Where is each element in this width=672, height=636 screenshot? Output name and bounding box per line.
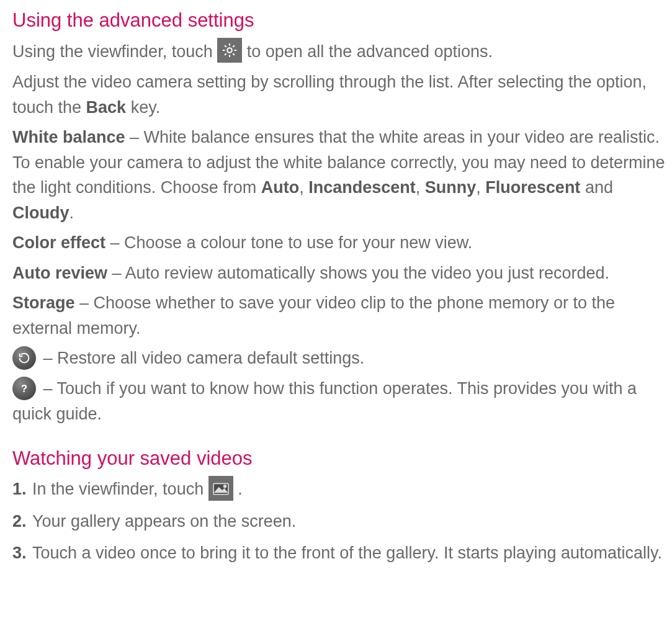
- text-fragment: and: [580, 178, 613, 197]
- text-fragment: – Auto review automatically shows you th…: [107, 264, 609, 282]
- text-fragment: – Restore all video camera default setti…: [43, 349, 365, 367]
- para-intro: Using the viewfinder, touch to open all …: [12, 39, 672, 65]
- storage-label: Storage: [12, 293, 75, 312]
- svg-point-3: [223, 485, 226, 488]
- para-white-balance: White balance – White balance ensures th…: [12, 125, 672, 225]
- color-effect-label: Color effect: [12, 233, 105, 252]
- list-item: Touch a video once to bring it to the fr…: [12, 540, 672, 566]
- para-instruction: Adjust the video camera setting by scrol…: [12, 69, 672, 120]
- para-auto-review: Auto review – Auto review automatically …: [12, 261, 672, 286]
- svg-point-0: [227, 48, 231, 53]
- text-fragment: key.: [126, 98, 160, 117]
- wb-option-auto: Auto: [261, 178, 299, 197]
- text-fragment: ,: [416, 178, 425, 197]
- list-item: Your gallery appears on the screen.: [12, 509, 672, 534]
- white-balance-label: White balance: [12, 128, 125, 146]
- text-fragment: ,: [299, 178, 308, 197]
- wb-option-cloudy: Cloudy: [12, 204, 69, 222]
- text-fragment: In the viewfinder, touch: [32, 480, 208, 498]
- wb-option-incandescent: Incandescent: [308, 178, 416, 197]
- wb-option-sunny: Sunny: [425, 178, 477, 197]
- text-fragment: ,: [476, 178, 485, 197]
- para-color-effect: Color effect – Choose a colour tone to u…: [12, 230, 672, 256]
- text-fragment: Using the viewfinder, touch: [12, 42, 217, 61]
- list-item: In the viewfinder, touch .: [12, 477, 672, 503]
- wb-option-fluorescent: Fluorescent: [485, 178, 580, 197]
- text-fragment: – Choose a colour tone to use for your n…: [105, 233, 472, 252]
- para-restore: – Restore all video camera default setti…: [12, 346, 672, 371]
- text-fragment: .: [238, 480, 243, 498]
- text-fragment: – Choose whether to save your video clip…: [12, 293, 615, 338]
- gallery-icon: [208, 476, 233, 501]
- text-fragment: to open all the advanced options.: [247, 42, 493, 61]
- steps-list: In the viewfinder, touch . Your gallery …: [12, 477, 672, 565]
- back-key-label: Back: [86, 98, 127, 117]
- auto-review-label: Auto review: [12, 264, 107, 282]
- svg-text:?: ?: [21, 383, 27, 394]
- heading-watching-videos: Watching your saved videos: [12, 444, 672, 473]
- para-help: ? – Touch if you want to know how this f…: [12, 376, 672, 426]
- heading-advanced-settings: Using the advanced settings: [12, 6, 672, 35]
- restore-defaults-icon: [12, 346, 36, 370]
- help-icon: ?: [12, 377, 36, 400]
- para-storage: Storage – Choose whether to save your vi…: [12, 290, 672, 341]
- text-fragment: – Touch if you want to know how this fun…: [12, 379, 637, 423]
- text-fragment: .: [69, 204, 74, 222]
- settings-gear-icon: [217, 38, 242, 63]
